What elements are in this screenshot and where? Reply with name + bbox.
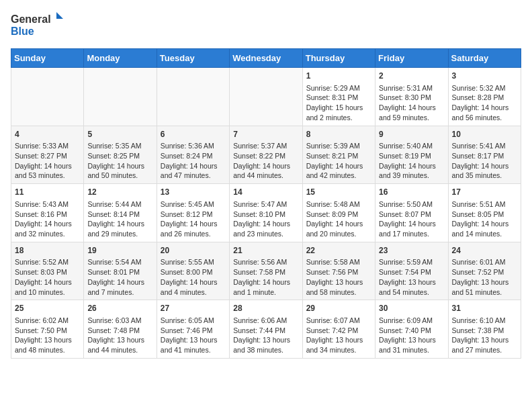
day-number: 5 xyxy=(87,129,152,140)
calendar-cell: 13Sunrise: 5:45 AM Sunset: 8:12 PM Dayli… xyxy=(157,184,229,242)
calendar-cell: 8Sunrise: 5:39 AM Sunset: 8:21 PM Daylig… xyxy=(302,126,375,184)
svg-text:General: General xyxy=(11,13,51,25)
logo: GeneralBlue xyxy=(11,11,64,40)
day-number: 19 xyxy=(87,245,152,257)
calendar-cell: 24Sunrise: 6:01 AM Sunset: 7:52 PM Dayli… xyxy=(448,242,521,300)
day-info: Sunrise: 5:39 AM Sunset: 8:21 PM Dayligh… xyxy=(306,142,363,179)
logo-svg: GeneralBlue xyxy=(11,11,64,40)
day-info: Sunrise: 5:52 AM Sunset: 8:03 PM Dayligh… xyxy=(15,258,72,295)
calendar-cell xyxy=(157,68,229,126)
day-number: 28 xyxy=(233,303,298,314)
day-info: Sunrise: 5:40 AM Sunset: 8:19 PM Dayligh… xyxy=(379,142,436,179)
day-info: Sunrise: 6:09 AM Sunset: 7:40 PM Dayligh… xyxy=(379,316,436,354)
day-number: 13 xyxy=(161,187,226,198)
day-info: Sunrise: 5:43 AM Sunset: 8:16 PM Dayligh… xyxy=(15,200,72,238)
calendar-cell: 28Sunrise: 6:06 AM Sunset: 7:44 PM Dayli… xyxy=(230,300,302,359)
day-number: 16 xyxy=(379,187,444,198)
day-info: Sunrise: 6:05 AM Sunset: 7:46 PM Dayligh… xyxy=(161,316,218,354)
day-number: 10 xyxy=(452,129,517,140)
day-number: 1 xyxy=(306,71,371,82)
day-number: 6 xyxy=(161,129,226,140)
day-number: 21 xyxy=(233,245,298,257)
day-number: 30 xyxy=(379,303,444,314)
calendar-cell: 11Sunrise: 5:43 AM Sunset: 8:16 PM Dayli… xyxy=(11,184,84,242)
weekday-header-monday: Monday xyxy=(84,49,157,68)
calendar-cell: 15Sunrise: 5:48 AM Sunset: 8:09 PM Dayli… xyxy=(302,184,375,242)
day-number: 26 xyxy=(87,303,152,314)
calendar-cell: 20Sunrise: 5:55 AM Sunset: 8:00 PM Dayli… xyxy=(157,242,229,300)
day-number: 9 xyxy=(379,129,444,140)
day-info: Sunrise: 6:07 AM Sunset: 7:42 PM Dayligh… xyxy=(306,316,363,354)
day-number: 4 xyxy=(15,129,80,140)
weekday-header-sunday: Sunday xyxy=(11,49,84,68)
calendar-cell: 6Sunrise: 5:36 AM Sunset: 8:24 PM Daylig… xyxy=(157,126,229,184)
calendar-cell xyxy=(230,68,302,126)
day-info: Sunrise: 5:48 AM Sunset: 8:09 PM Dayligh… xyxy=(306,200,363,238)
day-info: Sunrise: 5:32 AM Sunset: 8:28 PM Dayligh… xyxy=(452,84,509,122)
calendar-cell: 16Sunrise: 5:50 AM Sunset: 8:07 PM Dayli… xyxy=(375,184,448,242)
calendar-week-1: 1Sunrise: 5:29 AM Sunset: 8:31 PM Daylig… xyxy=(11,68,521,126)
day-number: 15 xyxy=(306,187,371,198)
calendar-cell: 29Sunrise: 6:07 AM Sunset: 7:42 PM Dayli… xyxy=(302,300,375,359)
calendar-cell: 27Sunrise: 6:05 AM Sunset: 7:46 PM Dayli… xyxy=(157,300,229,359)
calendar-week-3: 11Sunrise: 5:43 AM Sunset: 8:16 PM Dayli… xyxy=(11,184,521,242)
page-header: GeneralBlue xyxy=(11,11,521,40)
weekday-header-thursday: Thursday xyxy=(302,49,375,68)
calendar-cell: 3Sunrise: 5:32 AM Sunset: 8:28 PM Daylig… xyxy=(448,68,521,126)
day-info: Sunrise: 5:47 AM Sunset: 8:10 PM Dayligh… xyxy=(233,200,290,238)
day-info: Sunrise: 5:54 AM Sunset: 8:01 PM Dayligh… xyxy=(87,258,144,295)
calendar-cell: 18Sunrise: 5:52 AM Sunset: 8:03 PM Dayli… xyxy=(11,242,84,300)
calendar-cell: 4Sunrise: 5:33 AM Sunset: 8:27 PM Daylig… xyxy=(11,126,84,184)
day-number: 31 xyxy=(452,303,517,314)
calendar-cell: 26Sunrise: 6:03 AM Sunset: 7:48 PM Dayli… xyxy=(84,300,157,359)
day-number: 17 xyxy=(452,187,517,198)
day-info: Sunrise: 5:51 AM Sunset: 8:05 PM Dayligh… xyxy=(452,200,509,238)
day-number: 18 xyxy=(15,245,80,257)
weekday-header-friday: Friday xyxy=(375,49,448,68)
day-number: 29 xyxy=(306,303,371,314)
calendar-cell xyxy=(11,68,84,126)
day-info: Sunrise: 5:59 AM Sunset: 7:54 PM Dayligh… xyxy=(379,258,436,295)
day-info: Sunrise: 5:45 AM Sunset: 8:12 PM Dayligh… xyxy=(161,200,218,238)
day-info: Sunrise: 6:02 AM Sunset: 7:50 PM Dayligh… xyxy=(15,316,72,354)
day-number: 20 xyxy=(161,245,226,257)
calendar-week-5: 25Sunrise: 6:02 AM Sunset: 7:50 PM Dayli… xyxy=(11,300,521,359)
day-info: Sunrise: 5:44 AM Sunset: 8:14 PM Dayligh… xyxy=(87,200,144,238)
calendar-cell xyxy=(84,68,157,126)
day-number: 11 xyxy=(15,187,80,198)
calendar-cell: 30Sunrise: 6:09 AM Sunset: 7:40 PM Dayli… xyxy=(375,300,448,359)
calendar-cell: 1Sunrise: 5:29 AM Sunset: 8:31 PM Daylig… xyxy=(302,68,375,126)
calendar-cell: 17Sunrise: 5:51 AM Sunset: 8:05 PM Dayli… xyxy=(448,184,521,242)
calendar-cell: 21Sunrise: 5:56 AM Sunset: 7:58 PM Dayli… xyxy=(230,242,302,300)
day-info: Sunrise: 6:06 AM Sunset: 7:44 PM Dayligh… xyxy=(233,316,290,354)
day-number: 23 xyxy=(379,245,444,257)
day-number: 2 xyxy=(379,71,444,82)
calendar-table: SundayMondayTuesdayWednesdayThursdayFrid… xyxy=(11,48,521,359)
day-number: 24 xyxy=(452,245,517,257)
calendar-cell: 12Sunrise: 5:44 AM Sunset: 8:14 PM Dayli… xyxy=(84,184,157,242)
day-info: Sunrise: 5:56 AM Sunset: 7:58 PM Dayligh… xyxy=(233,258,290,295)
calendar-cell: 7Sunrise: 5:37 AM Sunset: 8:22 PM Daylig… xyxy=(230,126,302,184)
day-info: Sunrise: 5:31 AM Sunset: 8:30 PM Dayligh… xyxy=(379,84,436,122)
day-number: 22 xyxy=(306,245,371,257)
calendar-cell: 10Sunrise: 5:41 AM Sunset: 8:17 PM Dayli… xyxy=(448,126,521,184)
day-info: Sunrise: 5:33 AM Sunset: 8:27 PM Dayligh… xyxy=(15,142,72,179)
day-info: Sunrise: 6:01 AM Sunset: 7:52 PM Dayligh… xyxy=(452,258,509,295)
day-info: Sunrise: 5:37 AM Sunset: 8:22 PM Dayligh… xyxy=(233,142,290,179)
day-number: 14 xyxy=(233,187,298,198)
svg-marker-1 xyxy=(56,12,63,19)
weekday-header-saturday: Saturday xyxy=(448,49,521,68)
calendar-cell: 31Sunrise: 6:10 AM Sunset: 7:38 PM Dayli… xyxy=(448,300,521,359)
calendar-cell: 22Sunrise: 5:58 AM Sunset: 7:56 PM Dayli… xyxy=(302,242,375,300)
calendar-cell: 25Sunrise: 6:02 AM Sunset: 7:50 PM Dayli… xyxy=(11,300,84,359)
weekday-header-tuesday: Tuesday xyxy=(157,49,229,68)
day-info: Sunrise: 5:50 AM Sunset: 8:07 PM Dayligh… xyxy=(379,200,436,238)
calendar-week-2: 4Sunrise: 5:33 AM Sunset: 8:27 PM Daylig… xyxy=(11,126,521,184)
day-number: 25 xyxy=(15,303,80,314)
calendar-cell: 23Sunrise: 5:59 AM Sunset: 7:54 PM Dayli… xyxy=(375,242,448,300)
day-number: 7 xyxy=(233,129,298,140)
day-info: Sunrise: 6:10 AM Sunset: 7:38 PM Dayligh… xyxy=(452,316,509,354)
calendar-cell: 9Sunrise: 5:40 AM Sunset: 8:19 PM Daylig… xyxy=(375,126,448,184)
calendar-cell: 2Sunrise: 5:31 AM Sunset: 8:30 PM Daylig… xyxy=(375,68,448,126)
day-info: Sunrise: 5:55 AM Sunset: 8:00 PM Dayligh… xyxy=(161,258,218,295)
